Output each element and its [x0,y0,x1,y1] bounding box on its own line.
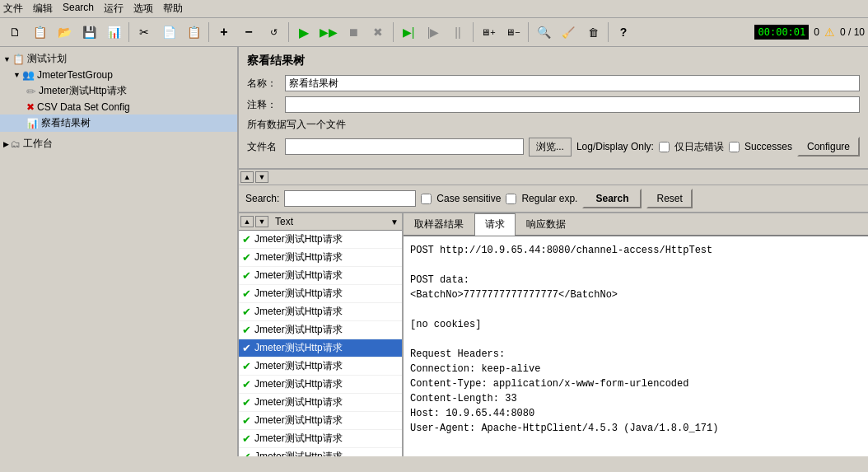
result-item[interactable]: ✔Jmeter测试Http请求 [239,358,402,376]
result-status-icon: ✔ [242,287,251,300]
save-button[interactable]: 💾 [77,21,100,44]
toolbar-right: 00:00:01 0 ⚠ 0 / 10 [754,25,865,40]
http-label: Jmeter测试Http请求 [39,84,127,98]
collapse-arrow: ▼ [3,55,11,63]
group-arrow: ▼ [13,71,21,79]
new-button[interactable]: 🗋 [3,21,26,44]
shutdown-button[interactable]: ✖ [366,21,390,44]
result-status-icon: ✔ [242,269,251,282]
menu-search[interactable]: Search [63,2,94,16]
reset-button[interactable]: Reset [646,189,692,208]
menu-options[interactable]: 选项 [133,2,153,16]
menu-help[interactable]: 帮助 [163,2,183,16]
separator-1 [128,22,129,42]
menu-run[interactable]: 运行 [104,2,124,16]
result-item[interactable]: ✔Jmeter测试Http请求 [239,394,402,412]
warning-icon: ⚠ [824,26,835,39]
result-item-label: Jmeter测试Http请求 [254,414,343,428]
result-item[interactable]: ✔Jmeter测试Http请求 [239,321,402,339]
nav-up-arrow[interactable]: ▲ [240,171,254,183]
configure-button[interactable]: Configure [797,137,860,157]
result-status-icon: ✔ [242,324,251,336]
copy-button[interactable]: 📄 [157,21,180,44]
log-errors-checkbox[interactable] [659,142,670,152]
tree-item-plan[interactable]: ▼ 📋 测试计划 [0,50,237,68]
result-item[interactable]: ✔Jmeter测试Http请求 [239,376,402,394]
sample-count: 0 / 10 [840,26,865,38]
result-item[interactable]: ✔Jmeter测试Http请求 [239,249,402,267]
search-toolbar-button[interactable]: 🔍 [532,21,555,44]
filename-input[interactable] [285,138,524,155]
list-nav-up[interactable]: ▲ [240,216,254,227]
result-status-icon: ✔ [242,432,251,445]
result-item[interactable]: ✔Jmeter测试Http请求 [239,231,402,249]
separator-2 [208,22,209,42]
list-nav-down[interactable]: ▼ [255,216,268,227]
result-item[interactable]: ✔Jmeter测试Http请求 [239,285,402,303]
result-item[interactable]: ✔Jmeter测试Http请求 [239,267,402,285]
case-sensitive-label: Case sensitive [436,193,501,204]
results-list-dropdown[interactable]: ▼ [387,215,402,229]
search-button[interactable]: Search [582,189,642,208]
menu-edit[interactable]: 编辑 [33,2,53,16]
plan-label: 测试计划 [27,52,67,66]
group-icon: 👥 [22,69,35,81]
case-sensitive-checkbox[interactable] [421,194,432,204]
add-button[interactable]: + [212,21,236,44]
tree-item-workbench[interactable]: ▶ 🗂 工作台 [0,135,237,152]
open-button[interactable]: 📂 [53,21,76,44]
result-item-label: Jmeter测试Http请求 [254,232,343,246]
name-input[interactable] [285,75,860,91]
result-item[interactable]: ✔Jmeter测试Http请求 [239,412,402,430]
result-item-label: Jmeter测试Http请求 [254,305,343,319]
nav-down-arrow[interactable]: ▼ [255,171,268,183]
ramp-button[interactable]: ▶| [397,21,420,44]
tree-item-group[interactable]: ▼ 👥 JmeterTestGroup [0,68,237,82]
saveas-button[interactable]: 📊 [102,21,125,44]
tab-2[interactable]: 响应数据 [516,213,576,235]
separator-6 [528,22,529,42]
template-button[interactable]: 📋 [28,21,51,44]
tab-0[interactable]: 取样器结果 [404,213,474,235]
clear-button[interactable]: 🧹 [557,21,580,44]
result-status-icon: ✔ [242,378,251,390]
remote-stop-button[interactable]: 🖥− [502,21,525,44]
name-label: 名称： [247,77,280,91]
successes-checkbox[interactable] [729,142,740,152]
group-label: JmeterTestGroup [37,69,113,81]
help-button[interactable]: ? [612,21,635,44]
thread-count: 0 [814,26,819,38]
result-status-icon: ✔ [242,342,251,354]
result-item[interactable]: ✔Jmeter测试Http请求 [239,448,402,456]
browse-button[interactable]: 浏览... [529,138,572,157]
main-layout: ▼ 📋 测试计划 ▼ 👥 JmeterTestGroup ✏ Jmeter测试H… [0,47,868,456]
remove-button[interactable]: − [237,21,260,44]
tree-item-resulttree[interactable]: 📊 察看结果树 [0,114,237,132]
cut-button[interactable]: ✂ [133,21,156,44]
result-item[interactable]: ✔Jmeter测试Http请求 [239,303,402,321]
start-nopause-button[interactable]: ▶▶ [317,21,340,44]
result-item[interactable]: ✔Jmeter测试Http请求 [239,430,402,448]
search-input[interactable] [284,190,416,207]
result-item-label: Jmeter测试Http请求 [254,359,343,373]
paste-button[interactable]: 📋 [182,21,205,44]
regular-exp-checkbox[interactable] [506,194,516,204]
start-button[interactable]: ▶ [292,21,315,44]
result-item-label: Jmeter测试Http请求 [254,287,343,301]
clear-all-button[interactable]: 🗑 [581,21,604,44]
menu-file[interactable]: 文件 [3,2,23,16]
ramp2-button[interactable]: |▶ [422,21,445,44]
remote-start-button[interactable]: 🖥+ [477,21,500,44]
comment-input[interactable] [285,96,860,113]
stop-button[interactable]: ⏹ [342,21,365,44]
ramp3-button[interactable]: || [446,21,469,44]
tree-item-csv[interactable]: ✖ CSV Data Set Config [0,100,237,114]
results-list-scroll[interactable]: ✔Jmeter测试Http请求✔Jmeter测试Http请求✔Jmeter测试H… [239,231,402,456]
right-panel: 察看结果树 名称： 注释： 所有数据写入一个文件 文件名 浏览... Log/D… [239,47,868,456]
results-list-header: ▲ ▼ Text ▼ [239,213,402,231]
result-item[interactable]: ✔Jmeter测试Http请求 [239,339,402,358]
resulttree-icon: 📊 [26,118,39,129]
tab-1[interactable]: 请求 [474,213,516,236]
expand-button[interactable]: ↺ [262,21,285,44]
tree-item-http[interactable]: ✏ Jmeter测试Http请求 [0,82,237,100]
